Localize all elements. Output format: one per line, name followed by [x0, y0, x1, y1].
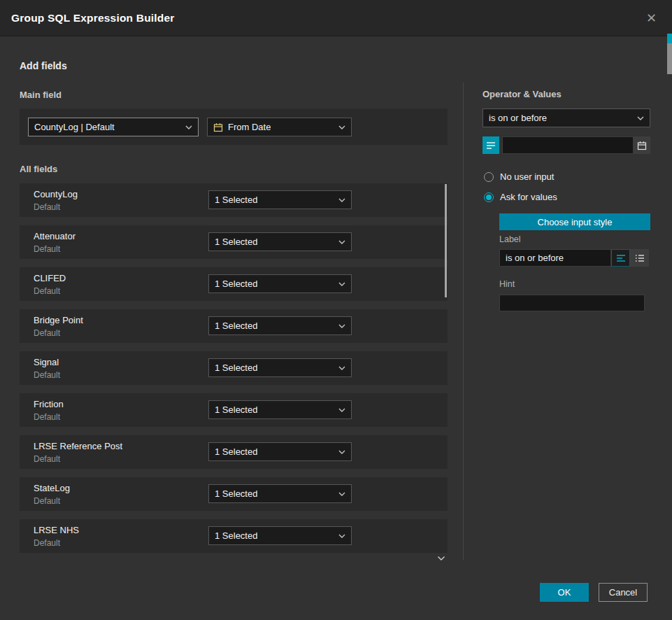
chevron-down-icon — [338, 198, 345, 202]
close-icon[interactable]: ✕ — [646, 12, 661, 24]
dialog-title: Group SQL Expression Builder — [11, 12, 175, 24]
chevron-down-icon — [338, 324, 345, 328]
operator-dropdown[interactable]: is on or before — [482, 108, 650, 127]
hint-input[interactable] — [499, 295, 645, 311]
operator-values-heading: Operator & Values — [482, 89, 562, 99]
field-row-countylog: CountyLog Default 1 Selected — [20, 183, 448, 217]
list-style-icon[interactable] — [630, 249, 649, 267]
field-name: CLIFED — [34, 273, 66, 283]
selection-count: 1 Selected — [215, 279, 257, 289]
field-name: Friction — [34, 399, 64, 409]
chevron-down-icon — [338, 282, 345, 286]
selection-count: 1 Selected — [215, 195, 257, 205]
field-subtitle: Default — [34, 286, 60, 296]
field-subtitle: Default — [34, 538, 60, 548]
choose-input-style-button[interactable]: Choose input style — [499, 213, 650, 230]
field-selection-dropdown[interactable]: 1 Selected — [208, 190, 352, 209]
group-sql-expression-builder-dialog: Group SQL Expression Builder ✕ Add field… — [0, 0, 672, 620]
scroll-down-icon[interactable] — [437, 551, 445, 564]
layer-dropdown-value: CountyLog | Default — [34, 122, 115, 132]
all-fields-list: CountyLog Default 1 Selected Attenuator … — [20, 183, 448, 561]
chevron-down-icon — [338, 492, 345, 496]
field-name: Signal — [34, 357, 59, 367]
field-subtitle: Default — [34, 202, 60, 212]
field-subtitle: Default — [34, 328, 60, 338]
calendar-icon — [213, 122, 223, 132]
field-row-bridge-point: Bridge Point Default 1 Selected — [20, 309, 448, 343]
field-selection-dropdown[interactable]: 1 Selected — [208, 400, 352, 419]
list-scrollbar-thumb[interactable] — [445, 184, 447, 297]
field-row-friction: Friction Default 1 Selected — [20, 393, 448, 427]
dialog-titlebar: Group SQL Expression Builder ✕ — [0, 0, 672, 36]
selection-count: 1 Selected — [215, 362, 257, 373]
selection-count: 1 Selected — [215, 446, 257, 457]
radio-icon — [484, 172, 494, 182]
radio-label: No user input — [500, 171, 554, 182]
label-input[interactable] — [499, 249, 611, 267]
panel-divider — [463, 83, 464, 560]
selection-count: 1 Selected — [215, 488, 257, 499]
chevron-down-icon — [185, 125, 192, 129]
field-name: LRSE Reference Post — [34, 441, 122, 451]
value-input[interactable] — [502, 136, 634, 154]
cancel-button[interactable]: Cancel — [599, 583, 648, 602]
chevron-down-icon — [338, 125, 345, 129]
radio-label: Ask for values — [500, 192, 557, 202]
field-subtitle: Default — [34, 454, 60, 464]
field-name: Attenuator — [34, 231, 76, 241]
field-name: Bridge Point — [34, 315, 83, 325]
chevron-down-icon — [338, 366, 345, 370]
field-name: CountyLog — [34, 189, 78, 199]
field-selection-dropdown[interactable]: 1 Selected — [208, 526, 352, 545]
chevron-down-icon — [338, 240, 345, 244]
field-selection-dropdown[interactable]: 1 Selected — [208, 232, 352, 251]
selection-count: 1 Selected — [215, 320, 257, 331]
field-selection-dropdown[interactable]: 1 Selected — [208, 358, 352, 377]
value-style-icon[interactable] — [482, 136, 499, 154]
ask-for-values-radio[interactable]: Ask for values — [484, 192, 557, 202]
field-row-lrse-nhs: LRSE NHS Default 1 Selected — [20, 519, 448, 553]
field-row-attenuator: Attenuator Default 1 Selected — [20, 225, 448, 259]
selection-count: 1 Selected — [215, 237, 257, 247]
field-subtitle: Default — [34, 496, 60, 506]
page-scrollbar-accent — [667, 34, 672, 43]
field-subtitle: Default — [34, 244, 60, 254]
field-subtitle: Default — [34, 412, 60, 422]
main-field-dropdown-value: From Date — [228, 122, 271, 132]
chevron-down-icon — [338, 408, 345, 412]
label-caption: Label — [499, 234, 521, 244]
field-row-statelog: StateLog Default 1 Selected — [20, 477, 448, 511]
chevron-down-icon — [637, 116, 644, 120]
field-selection-dropdown[interactable]: 1 Selected — [208, 484, 352, 503]
add-fields-heading: Add fields — [20, 60, 67, 71]
field-selection-dropdown[interactable]: 1 Selected — [208, 442, 352, 461]
single-line-style-icon[interactable] — [611, 249, 630, 267]
ok-button[interactable]: OK — [540, 583, 589, 602]
hint-caption: Hint — [499, 279, 515, 289]
all-fields-label: All fields — [20, 164, 57, 174]
field-name: StateLog — [34, 483, 70, 493]
field-subtitle: Default — [34, 370, 60, 380]
field-selection-dropdown[interactable]: 1 Selected — [208, 316, 352, 335]
operator-dropdown-value: is on or before — [489, 113, 547, 123]
layer-dropdown[interactable]: CountyLog | Default — [28, 118, 199, 136]
field-selection-dropdown[interactable]: 1 Selected — [208, 274, 352, 293]
chevron-down-icon — [338, 534, 345, 538]
calendar-picker-icon[interactable] — [634, 136, 650, 154]
selection-count: 1 Selected — [215, 530, 257, 541]
selection-count: 1 Selected — [215, 404, 257, 415]
no-user-input-radio[interactable]: No user input — [484, 171, 554, 182]
page-scrollbar-thumb[interactable] — [667, 43, 672, 74]
radio-checked-icon — [484, 192, 494, 202]
field-row-signal: Signal Default 1 Selected — [20, 351, 448, 385]
chevron-down-icon — [338, 450, 345, 454]
field-row-clifed: CLIFED Default 1 Selected — [20, 267, 448, 301]
main-field-dropdown[interactable]: From Date — [207, 118, 352, 136]
main-field-label: Main field — [20, 90, 62, 100]
field-row-lrse-reference-post: LRSE Reference Post Default 1 Selected — [20, 435, 448, 469]
field-name: LRSE NHS — [34, 525, 79, 535]
